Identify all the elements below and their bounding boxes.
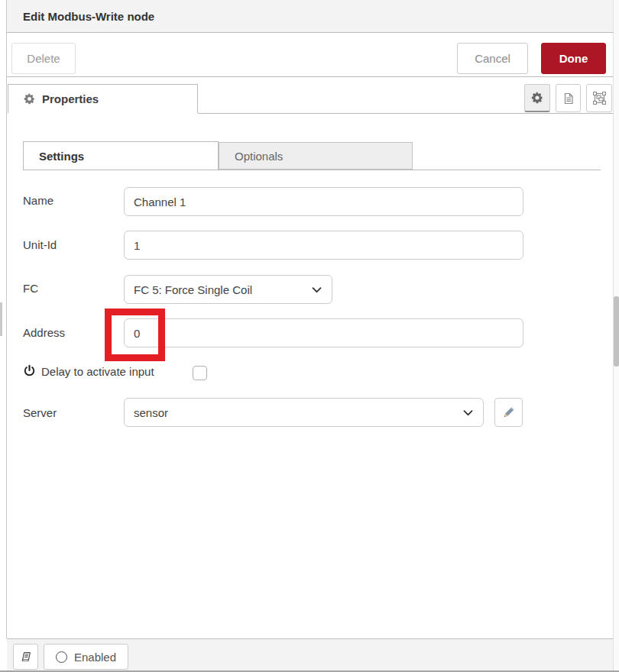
server-selected-value: sensor [134, 406, 168, 419]
tab-properties[interactable]: Properties [8, 84, 198, 113]
properties-icon-button[interactable] [524, 84, 550, 112]
chevron-down-icon [463, 410, 473, 416]
gear-icon [24, 93, 35, 105]
edit-node-dialog: Edit Modbus-Write node Delete Cancel Don… [0, 0, 619, 672]
object-group-icon [593, 92, 606, 105]
fc-selected-value: FC 5: Force Single Coil [134, 283, 252, 296]
enabled-label: Enabled [74, 651, 116, 664]
unit-id-label: Unit-Id [23, 238, 57, 251]
tabrow-divider [198, 113, 613, 114]
address-input[interactable] [124, 318, 523, 347]
pencil-icon [503, 406, 515, 418]
tabs-divider [23, 170, 601, 170]
document-icon [562, 92, 575, 105]
gear-icon [531, 92, 543, 104]
delay-label: Delay to activate input [41, 365, 154, 378]
tab-optionals[interactable]: Optionals [219, 142, 413, 170]
fc-label: FC [23, 282, 38, 295]
tab-properties-label: Properties [42, 92, 99, 105]
node-help-button[interactable] [13, 644, 38, 670]
delay-row: Delay to activate input [23, 364, 154, 378]
book-icon [20, 651, 32, 663]
name-label: Name [23, 194, 53, 207]
fc-select[interactable]: FC 5: Force Single Coil [124, 275, 332, 304]
address-label: Address [23, 326, 65, 339]
status-circle-icon [56, 651, 67, 663]
chevron-down-icon [312, 287, 322, 293]
tab-settings[interactable]: Settings [23, 141, 219, 170]
unit-id-input[interactable] [124, 231, 523, 260]
name-input[interactable] [124, 187, 523, 216]
workspace-edge-line [6, 0, 7, 638]
tab-optionals-label: Optionals [235, 150, 283, 163]
dialog-toolbar: Delete Cancel Done [7, 34, 613, 77]
delete-button[interactable]: Delete [11, 43, 76, 74]
delay-checkbox[interactable] [193, 366, 207, 380]
left-scrollbar-thumb[interactable] [0, 302, 2, 336]
edit-server-button[interactable] [494, 398, 523, 427]
dialog-footer: Enabled [7, 638, 613, 670]
tab-settings-label: Settings [39, 150, 84, 163]
server-label: Server [23, 406, 57, 419]
scrollbar-thumb[interactable] [614, 296, 619, 367]
enabled-toggle-button[interactable]: Enabled [44, 644, 128, 670]
cancel-button[interactable]: Cancel [457, 43, 528, 74]
server-select[interactable]: sensor [124, 398, 484, 427]
dialog-title: Edit Modbus-Write node [23, 10, 154, 23]
appearance-icon-button[interactable] [586, 84, 612, 112]
power-icon [23, 364, 36, 378]
dialog-header: Edit Modbus-Write node [7, 0, 613, 33]
done-button[interactable]: Done [541, 43, 606, 74]
description-icon-button[interactable] [556, 84, 581, 112]
